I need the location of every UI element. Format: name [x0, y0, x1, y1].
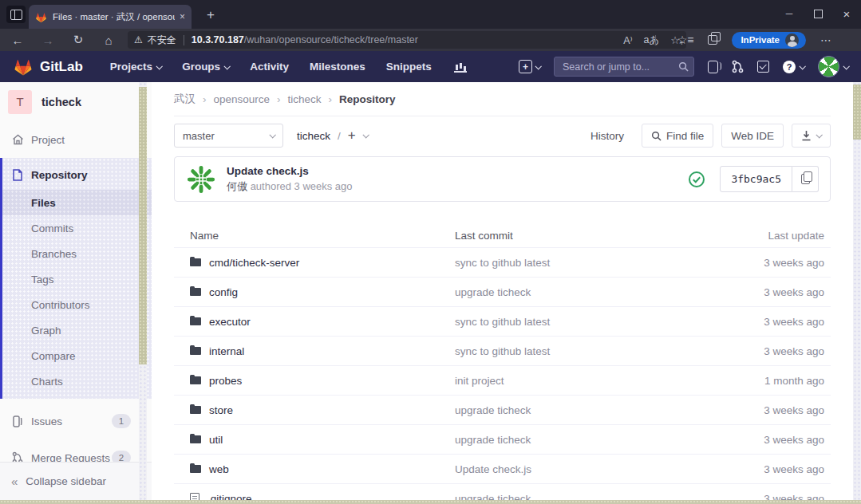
toolbar-divider — [655, 35, 656, 45]
table-row[interactable]: web Update check.js 3 weeks ago — [174, 454, 831, 483]
download-button[interactable] — [792, 124, 831, 148]
url-text[interactable]: 10.3.70.187/wuhan/opensource/ticheck/tre… — [192, 34, 612, 45]
commit-message-link[interactable]: upgrade ticheck — [455, 434, 531, 446]
maximize-button[interactable] — [804, 0, 832, 27]
minimize-button[interactable]: ─ — [775, 0, 804, 27]
sidebar-item-tags[interactable]: Tags — [2, 266, 152, 292]
sidebar-item-issues[interactable]: Issues 1 — [0, 407, 152, 435]
analytics-icon[interactable] — [454, 61, 467, 73]
refresh-icon[interactable]: ↻ — [67, 29, 89, 51]
commit-message-link[interactable]: Update check.js — [455, 463, 531, 475]
chevron-down-icon[interactable] — [362, 132, 369, 138]
sidebar-item-charts[interactable]: Charts — [2, 368, 152, 394]
sidebar-item-compare[interactable]: Compare — [2, 343, 152, 368]
inprivate-badge[interactable]: InPrivate — [732, 32, 806, 49]
table-row[interactable]: cmd/ticheck-server sync to github latest… — [174, 247, 831, 277]
file-name-link[interactable]: config — [209, 286, 238, 298]
search-input[interactable] — [554, 57, 694, 77]
read-aloud-icon[interactable]: A⁾ — [623, 34, 632, 46]
table-row[interactable]: util upgrade ticheck 3 weeks ago — [174, 424, 831, 454]
commit-message-cell: Update check.js — [455, 463, 705, 475]
todos-icon[interactable] — [757, 61, 769, 73]
tab-close-icon[interactable]: × — [180, 11, 185, 22]
sidebar-scrollbar[interactable] — [139, 82, 147, 500]
commit-title-link[interactable]: Update check.js — [227, 165, 688, 177]
breadcrumb-group[interactable]: 武汉 — [174, 92, 196, 106]
sidebar-item-project[interactable]: Project — [0, 126, 152, 153]
commit-message-link[interactable]: init project — [455, 375, 504, 387]
issues-count-badge: 1 — [112, 414, 131, 428]
browser-tab-active[interactable]: Files · master · 武汉 / opensourc × — [29, 5, 192, 29]
add-file-button[interactable]: + — [348, 128, 356, 144]
help-menu[interactable]: ? — [783, 61, 804, 73]
file-name-link[interactable]: store — [209, 404, 233, 416]
web-ide-button[interactable]: Web IDE — [721, 124, 784, 148]
new-tab-button[interactable]: + — [201, 7, 220, 23]
sidebar-item-graph[interactable]: Graph — [2, 317, 152, 343]
collapse-sidebar-button[interactable]: « Collapse sidebar — [0, 462, 152, 500]
file-name-link[interactable]: util — [209, 434, 223, 446]
table-row[interactable]: store upgrade ticheck 3 weeks ago — [174, 395, 831, 424]
horizontal-scrollbar[interactable] — [0, 500, 861, 504]
sidebar-item-branches[interactable]: Branches — [2, 241, 152, 266]
home-icon[interactable]: ⌂ — [97, 29, 120, 51]
nav-snippets[interactable]: Snippets — [386, 61, 432, 73]
breadcrumb-subgroup[interactable]: opensource — [214, 93, 271, 105]
user-menu[interactable] — [818, 56, 848, 77]
nav-groups[interactable]: Groups — [182, 61, 229, 73]
close-button[interactable]: × — [832, 0, 861, 27]
page-scrollbar-thumb[interactable] — [853, 85, 861, 140]
sidebar-scrollbar-thumb[interactable] — [139, 87, 147, 364]
pipeline-status-icon[interactable] — [688, 171, 705, 188]
folder-icon — [190, 406, 201, 414]
address-bar[interactable]: ⚠ 不安全 10.3.70.187/wuhan/opensource/tiche… — [128, 31, 686, 49]
table-row[interactable]: executor sync to github latest 3 weeks a… — [174, 306, 831, 336]
table-row[interactable]: config upgrade ticheck 3 weeks ago — [174, 277, 831, 306]
commit-message-link[interactable]: sync to github latest — [455, 316, 550, 328]
commit-message-link[interactable]: upgrade ticheck — [455, 493, 531, 501]
nav-projects[interactable]: Projects — [110, 61, 161, 73]
issues-icon[interactable] — [708, 61, 718, 73]
nav-activity[interactable]: Activity — [250, 61, 289, 73]
page-scrollbar[interactable] — [853, 82, 861, 500]
commit-message-link[interactable]: sync to github latest — [455, 345, 550, 357]
sidebar-item-contributors[interactable]: Contributors — [2, 292, 152, 317]
new-dropdown-button[interactable]: + — [519, 60, 540, 73]
gitlab-logo[interactable] — [13, 57, 34, 77]
sidebar-item-repository[interactable]: Repository — [2, 159, 152, 190]
collections-icon[interactable] — [708, 35, 717, 45]
sidebar-item-files[interactable]: Files — [2, 190, 152, 215]
browser-menu-icon[interactable]: ⋯ — [820, 33, 832, 46]
gitlab-brand[interactable]: GitLab — [40, 59, 83, 75]
table-row[interactable]: internal sync to github latest 3 weeks a… — [174, 336, 831, 365]
commit-author-avatar[interactable] — [186, 164, 216, 195]
commit-message-link[interactable]: sync to github latest — [455, 257, 550, 269]
commit-author-link[interactable]: 何傲 — [227, 180, 247, 192]
table-row[interactable]: probes init project 1 month ago — [174, 365, 831, 395]
file-name-link[interactable]: web — [209, 463, 229, 475]
forward-icon[interactable]: → — [37, 29, 59, 51]
file-name-link[interactable]: .gitignore — [207, 493, 252, 501]
commit-message-cell: sync to github latest — [455, 345, 705, 357]
file-name-link[interactable]: executor — [209, 316, 251, 328]
project-header[interactable]: T ticheck — [0, 82, 152, 121]
breadcrumb-project[interactable]: ticheck — [288, 93, 322, 105]
favorites-icon[interactable]: ☆≡ — [677, 33, 694, 46]
file-name-link[interactable]: internal — [209, 345, 244, 357]
back-icon[interactable]: ← — [6, 29, 29, 51]
security-label[interactable]: 不安全 — [148, 33, 176, 47]
file-name-link[interactable]: cmd/ticheck-server — [209, 257, 299, 269]
repo-root-link[interactable]: ticheck — [297, 130, 330, 142]
commit-message-link[interactable]: upgrade ticheck — [455, 286, 531, 298]
file-name-link[interactable]: probes — [209, 375, 242, 387]
sidebar-item-commits[interactable]: Commits — [2, 215, 152, 241]
branch-selector[interactable]: master — [174, 124, 283, 148]
history-button[interactable]: History — [581, 124, 634, 148]
vertical-tabs-button[interactable] — [6, 6, 26, 23]
table-row[interactable]: .gitignore upgrade ticheck 3 weeks ago — [174, 483, 831, 500]
nav-milestones[interactable]: Milestones — [310, 61, 365, 73]
copy-sha-button[interactable] — [792, 166, 819, 192]
commit-message-link[interactable]: upgrade ticheck — [455, 404, 531, 416]
merge-requests-icon[interactable] — [732, 60, 744, 73]
find-file-button[interactable]: Find file — [642, 124, 713, 148]
